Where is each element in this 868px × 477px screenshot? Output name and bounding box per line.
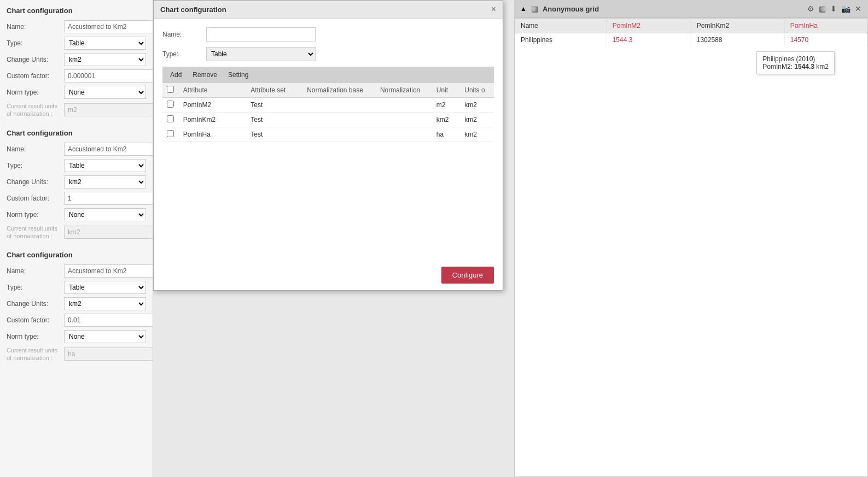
section2-type-select[interactable]: TableBarLinePie <box>64 159 146 172</box>
section1-customfactor-row: Custom factor: <box>7 69 146 83</box>
grid-data-row: Philippines 1544.3 1302588 14570 <box>515 33 867 47</box>
section2-normtype-label: Norm type: <box>7 211 64 219</box>
section3-changeunits-row: Change Units: km2m2ha <box>7 297 146 310</box>
section1-normtype-select[interactable]: NoneAreaPopulation <box>64 86 146 99</box>
section3-type-row: Type: TableBarLinePie <box>7 281 146 294</box>
section2-name-label: Name: <box>7 145 64 153</box>
modal-close-button[interactable]: × <box>491 5 496 14</box>
right-panel: ▲ ▦ Anonymous grid ⚙ ▦ ⬇ 📷 ✕ Name PomInM… <box>514 0 868 477</box>
row-checkbox-0[interactable] <box>167 101 174 108</box>
section3-type-select[interactable]: TableBarLinePie <box>64 281 146 294</box>
section3-customfactor-row: Custom factor: <box>7 314 146 327</box>
section1-type-label: Type: <box>7 39 64 47</box>
section3-currentresult-label: Current result units of normalization : <box>7 346 64 362</box>
section2-name-input[interactable] <box>64 143 153 156</box>
camera-icon[interactable]: 📷 <box>840 3 852 14</box>
section3-name-input[interactable] <box>64 264 153 278</box>
grid-table-icon: ▦ <box>531 4 538 13</box>
row-unitso: km2 <box>460 98 494 113</box>
section2-changeunits-label: Change Units: <box>7 178 64 186</box>
modal-type-row: Type: TableBarLinePie <box>162 47 494 61</box>
select-all-checkbox[interactable] <box>167 86 174 93</box>
th-unit: Unit <box>432 83 460 98</box>
section1-currentresult-label: Current result units of normalization : <box>7 102 64 118</box>
row-normbase <box>302 98 376 113</box>
section3-name-row: Name: <box>7 264 146 278</box>
modal-footer: Configure <box>154 260 503 290</box>
section1-customfactor-label: Custom factor: <box>7 72 64 80</box>
section2-normtype-row: Norm type: NoneAreaPopulation <box>7 208 146 221</box>
grid-th-pominkm2: PomInKm2 <box>691 19 784 33</box>
th-normbase: Normalization base <box>302 83 376 98</box>
th-attribute: Attribute <box>179 83 246 98</box>
section2-currentresult-input <box>64 226 153 239</box>
section1-type-select[interactable]: Table Bar Line Pie <box>64 37 146 50</box>
row-norm <box>376 127 432 142</box>
section3-heading: Chart configuration <box>7 251 146 259</box>
section3-changeunits-select[interactable]: km2m2ha <box>64 297 146 310</box>
row-attribute: PomInKm2 <box>179 113 246 127</box>
section2-heading: Chart configuration <box>7 129 146 137</box>
collapse-icon[interactable]: ▲ <box>520 5 527 13</box>
row-attribute: PomInM2 <box>179 98 246 113</box>
section2-currentresult-label: Current result units of normalization : <box>7 225 64 240</box>
grid-cell-pominkm2: 1302588 <box>691 33 784 47</box>
setting-button[interactable]: Setting <box>226 70 251 80</box>
chart-config-section-3: Chart configuration Name: Type: TableBar… <box>7 251 146 362</box>
close-icon[interactable]: ✕ <box>854 3 863 14</box>
section3-normtype-select[interactable]: NoneAreaPopulation <box>64 330 146 343</box>
section3-customfactor-label: Custom factor: <box>7 316 64 324</box>
modal-container: Chart configuration × Name: Type: TableB… <box>153 0 514 477</box>
section2-normtype-select[interactable]: NoneAreaPopulation <box>64 208 146 221</box>
settings-icon[interactable]: ⚙ <box>806 3 815 14</box>
section2-customfactor-input[interactable] <box>64 192 153 205</box>
row-check-cell[interactable] <box>162 113 179 127</box>
grid-th-pominha: PomInHa <box>784 19 867 33</box>
grid-title-area: ▲ ▦ Anonymous grid <box>520 4 599 13</box>
chart-config-section-1: Chart configuration Name: Type: Table Ba… <box>7 7 146 118</box>
grid-title: Anonymous grid <box>543 5 599 13</box>
section3-normtype-label: Norm type: <box>7 333 64 340</box>
configure-button[interactable]: Configure <box>441 267 494 284</box>
row-checkbox-1[interactable] <box>167 115 174 122</box>
remove-button[interactable]: Remove <box>190 70 219 80</box>
attributes-table-row: PomInM2 Test m2 km2 <box>162 98 494 113</box>
row-unit: ha <box>432 127 460 142</box>
row-checkbox-2[interactable] <box>167 130 174 137</box>
grid-cell-pominm2: 1544.3 <box>607 33 691 47</box>
row-check-cell[interactable] <box>162 98 179 113</box>
section1-heading: Chart configuration <box>7 7 146 15</box>
attributes-tbody: PomInM2 Test m2 km2 PomInKm2 Test km2 km… <box>162 98 494 142</box>
grid-controls: ⚙ ▦ ⬇ 📷 ✕ <box>806 3 863 14</box>
attributes-toolbar: Add Remove Setting <box>162 67 494 83</box>
section2-customfactor-label: Custom factor: <box>7 195 64 202</box>
section2-changeunits-select[interactable]: km2m2ha <box>64 175 146 189</box>
attributes-table-row: PomInKm2 Test km2 km2 <box>162 113 494 127</box>
section1-type-row: Type: Table Bar Line Pie <box>7 37 146 50</box>
section1-name-label: Name: <box>7 23 64 31</box>
section1-changeunits-select[interactable]: km2m2ha <box>64 53 146 66</box>
section2-type-row: Type: TableBarLinePie <box>7 159 146 172</box>
chart-config-modal: Chart configuration × Name: Type: TableB… <box>153 0 503 291</box>
tooltip-label: Philippines (2010) <box>762 55 829 63</box>
row-attribute: PomInHa <box>179 127 246 142</box>
table-icon[interactable]: ▦ <box>818 3 827 14</box>
grid-cell-pominha: 14570 <box>784 33 867 47</box>
modal-name-input[interactable] <box>206 27 316 42</box>
left-panel: Chart configuration Name: Type: Table Ba… <box>0 0 153 477</box>
section3-type-label: Type: <box>7 284 64 291</box>
row-unit: m2 <box>432 98 460 113</box>
section1-customfactor-input[interactable] <box>64 69 153 83</box>
row-attrset: Test <box>246 127 302 142</box>
tooltip-value: PomInM2: 1544.3 km2 <box>762 63 829 70</box>
section3-customfactor-input[interactable] <box>64 314 153 327</box>
add-button[interactable]: Add <box>168 70 184 80</box>
modal-type-select[interactable]: TableBarLinePie <box>206 47 316 61</box>
row-check-cell[interactable] <box>162 127 179 142</box>
attributes-table: Attribute Attribute set Normalization ba… <box>162 83 494 142</box>
section3-normtype-row: Norm type: NoneAreaPopulation <box>7 330 146 343</box>
export-icon[interactable]: ⬇ <box>829 3 838 14</box>
row-unitso: km2 <box>460 127 494 142</box>
section1-name-input[interactable] <box>64 20 153 33</box>
tooltip-number: 1544.3 <box>794 63 814 70</box>
